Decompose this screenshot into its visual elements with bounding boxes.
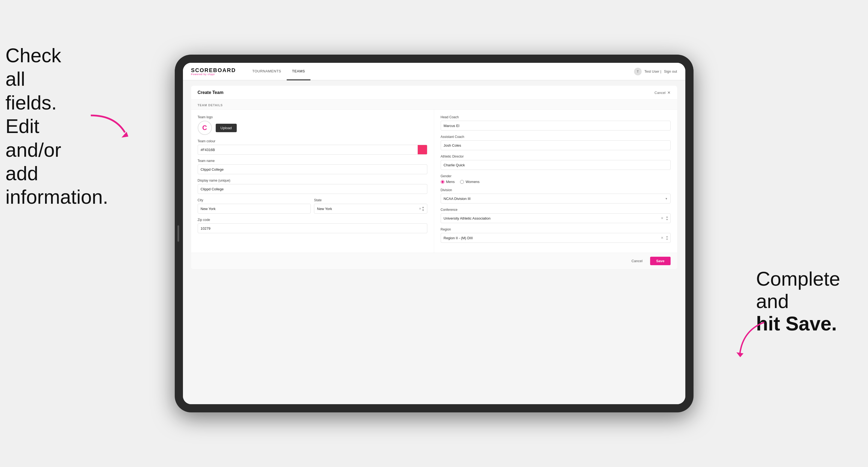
svg-marker-0	[122, 132, 128, 138]
gender-radio-group: Mens Womens	[441, 180, 671, 184]
gender-mens-label[interactable]: Mens	[441, 180, 455, 184]
logo-main: SCOREBOARD	[191, 67, 236, 73]
user-avatar: T	[634, 68, 642, 75]
athletic-dir-input[interactable]	[441, 160, 671, 170]
gender-womens-radio[interactable]	[460, 180, 464, 184]
city-label: City	[198, 198, 311, 202]
form-header: Create Team Cancel ✕	[191, 86, 677, 100]
region-select-wrapper: Region II - (M) DIII ✕ ▲▼	[441, 233, 671, 243]
user-label: Test User |	[644, 69, 661, 73]
team-name-label: Team name	[198, 159, 427, 163]
cancel-button[interactable]: Cancel	[627, 257, 647, 265]
team-logo-group: Team logo C Upload	[198, 115, 427, 135]
zip-label: Zip code	[198, 218, 427, 222]
nav-links: TOURNAMENTS TEAMS	[247, 63, 634, 80]
logo-sub: Powered by clippi	[191, 73, 236, 76]
zip-code-group: Zip code	[198, 218, 427, 233]
team-colour-label: Team colour	[198, 139, 427, 143]
team-name-input[interactable]	[198, 164, 427, 174]
color-swatch[interactable]	[417, 145, 427, 155]
conference-label: Conference	[441, 208, 671, 212]
tablet-button	[178, 225, 179, 242]
gender-label: Gender	[441, 174, 671, 178]
state-clear-button[interactable]: ✕	[419, 207, 421, 211]
form-body: Team logo C Upload Team colour	[191, 110, 677, 253]
region-select[interactable]: Region II - (M) DIII	[441, 233, 671, 243]
conference-select[interactable]: University Athletic Association	[441, 213, 671, 223]
nav-user: T Test User | Sign out	[634, 68, 677, 75]
section-title: TEAM DETAILS	[191, 100, 677, 110]
state-label: State	[314, 198, 427, 202]
nav-tournaments[interactable]: TOURNAMENTS	[247, 63, 287, 80]
main-content: Create Team Cancel ✕ TEAM DETAILS Team l…	[183, 80, 685, 404]
form-title: Create Team	[198, 90, 224, 95]
city-input[interactable]	[198, 204, 311, 214]
city-state-group: City State New York ✕	[198, 198, 427, 214]
conference-clear-button[interactable]: ✕	[661, 216, 663, 220]
division-group: Division NCAA Division III ▼	[441, 188, 671, 204]
logo-section: C Upload	[198, 121, 427, 135]
svg-marker-1	[736, 352, 743, 357]
head-coach-input[interactable]	[441, 121, 671, 130]
team-colour-input[interactable]	[198, 145, 417, 155]
city-subgroup: City	[198, 198, 311, 214]
cancel-x-button[interactable]: Cancel ✕	[654, 90, 670, 95]
gender-womens-text: Womens	[466, 180, 479, 184]
region-group: Region Region II - (M) DIII ✕ ▲▼	[441, 227, 671, 243]
form-left-col: Team logo C Upload Team colour	[191, 110, 434, 253]
head-coach-group: Head Coach	[441, 115, 671, 130]
asst-coach-group: Assistant Coach	[441, 135, 671, 150]
navbar: SCOREBOARD Powered by clippi TOURNAMENTS…	[183, 63, 685, 80]
gender-womens-label[interactable]: Womens	[460, 180, 479, 184]
display-name-input[interactable]	[198, 184, 427, 194]
gender-mens-radio[interactable]	[441, 180, 444, 184]
team-name-group: Team name	[198, 159, 427, 174]
state-select[interactable]: New York	[314, 204, 427, 214]
conference-group: Conference University Athletic Associati…	[441, 208, 671, 223]
form-right-col: Head Coach Assistant Coach Athletic Dire…	[434, 110, 677, 253]
asst-coach-label: Assistant Coach	[441, 135, 671, 139]
right-arrow-icon	[732, 319, 775, 363]
athletic-dir-group: Athletic Director	[441, 155, 671, 170]
region-label: Region	[441, 227, 671, 231]
tablet-shell: SCOREBOARD Powered by clippi TOURNAMENTS…	[175, 55, 693, 412]
division-select-wrapper: NCAA Division III ▼	[441, 194, 671, 204]
left-arrow-icon	[87, 112, 128, 139]
display-name-label: Display name (unique)	[198, 179, 427, 182]
head-coach-label: Head Coach	[441, 115, 671, 119]
division-select[interactable]: NCAA Division III	[441, 194, 671, 204]
logo-area: SCOREBOARD Powered by clippi	[191, 67, 236, 76]
color-row	[198, 145, 427, 155]
city-state-row: City State New York ✕	[198, 198, 427, 214]
team-colour-group: Team colour	[198, 139, 427, 155]
gender-mens-text: Mens	[446, 180, 455, 184]
display-name-group: Display name (unique)	[198, 179, 427, 194]
upload-button[interactable]: Upload	[216, 124, 237, 132]
state-select-wrapper: New York ✕ ▲▼	[314, 204, 427, 214]
athletic-dir-label: Athletic Director	[441, 155, 671, 158]
zip-input[interactable]	[198, 223, 427, 233]
division-label: Division	[441, 188, 671, 192]
form-footer: Cancel Save	[191, 253, 677, 269]
logo-circle: C	[198, 121, 212, 135]
sign-out-link[interactable]: Sign out	[664, 69, 677, 73]
conference-select-wrapper: University Athletic Association ✕ ▲▼	[441, 213, 671, 223]
region-clear-button[interactable]: ✕	[661, 236, 663, 240]
form-card: Create Team Cancel ✕ TEAM DETAILS Team l…	[191, 86, 677, 269]
save-button[interactable]: Save	[650, 257, 670, 265]
asst-coach-input[interactable]	[441, 141, 671, 150]
annotation-left: Check all fields. Edit and/or add inform…	[5, 44, 82, 209]
gender-group: Gender Mens Womens	[441, 174, 671, 184]
nav-teams[interactable]: TEAMS	[287, 63, 310, 80]
close-icon: ✕	[667, 90, 671, 95]
tablet-screen: SCOREBOARD Powered by clippi TOURNAMENTS…	[183, 63, 685, 404]
team-logo-label: Team logo	[198, 115, 427, 119]
state-subgroup: State New York ✕ ▲▼	[314, 198, 427, 214]
